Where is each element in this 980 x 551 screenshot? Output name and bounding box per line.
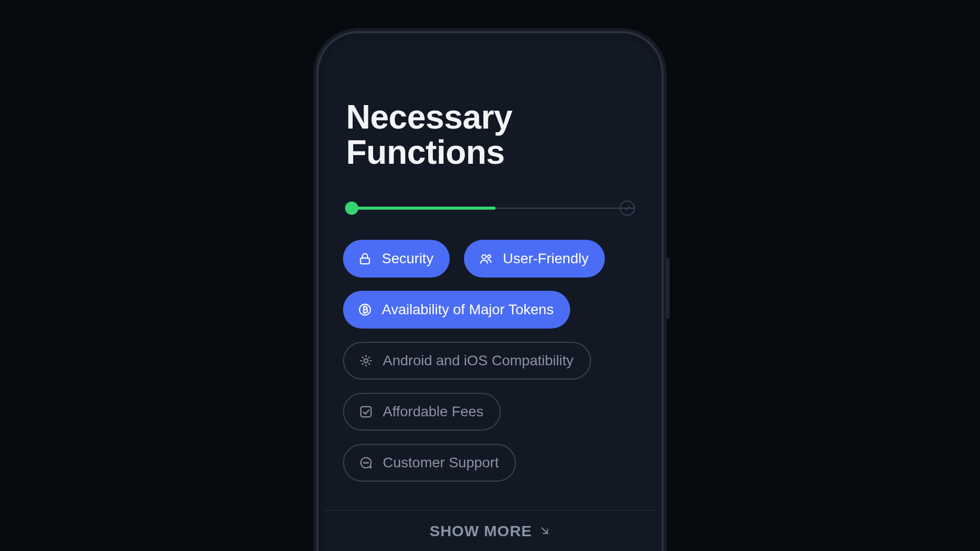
bitcoin-icon (357, 302, 373, 317)
svg-point-7 (365, 462, 366, 463)
page-title-line1: Necessary (346, 98, 512, 136)
chip-affordable-fees[interactable]: Affordable Fees (343, 393, 501, 431)
chips-container: SecurityUser-FriendlyAvailability of Maj… (343, 240, 637, 482)
page-title: Necessary Functions (346, 99, 637, 170)
chip-user-friendly[interactable]: User-Friendly (464, 240, 605, 278)
progress-start-knob (345, 202, 358, 215)
arrow-down-right-icon (539, 522, 550, 540)
gear-icon (358, 353, 374, 368)
chip-label: Security (382, 251, 433, 267)
show-more-label: SHOW MORE (430, 522, 532, 540)
phone-side-button (666, 258, 670, 319)
app-screen: Necessary Functions SecurityUser-Friendl… (325, 39, 655, 551)
svg-rect-0 (360, 258, 370, 263)
progress-end-check-icon (620, 201, 635, 216)
chip-label: Customer Support (383, 455, 499, 471)
svg-rect-5 (361, 407, 371, 417)
svg-point-2 (487, 255, 491, 258)
svg-point-6 (364, 462, 365, 463)
chip-label: Availability of Major Tokens (382, 302, 554, 318)
chip-availability-of-major-tokens[interactable]: Availability of Major Tokens (343, 291, 570, 329)
show-more-button[interactable]: SHOW MORE (325, 510, 655, 551)
svg-point-8 (368, 462, 369, 463)
svg-point-4 (364, 359, 368, 363)
lock-icon (357, 251, 373, 266)
chip-label: Affordable Fees (383, 404, 483, 420)
chip-label: Android and iOS Compatibility (383, 353, 574, 369)
svg-line-9 (542, 528, 548, 533)
svg-point-1 (482, 255, 486, 259)
chip-android-and-ios-compatibility[interactable]: Android and iOS Compatibility (343, 342, 591, 380)
checkbox-icon (358, 404, 374, 419)
progress-fill (346, 207, 496, 210)
chat-icon (358, 455, 374, 470)
users-icon (478, 251, 494, 266)
chip-security[interactable]: Security (343, 240, 450, 278)
page-title-line2: Functions (346, 133, 505, 171)
progress-bar[interactable] (346, 201, 634, 215)
chip-label: User-Friendly (503, 251, 589, 267)
chip-customer-support[interactable]: Customer Support (343, 444, 516, 482)
phone-frame: Necessary Functions SecurityUser-Friendl… (318, 33, 662, 551)
